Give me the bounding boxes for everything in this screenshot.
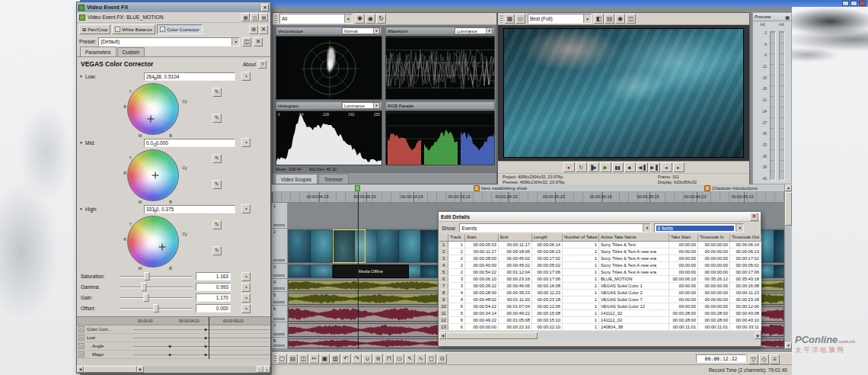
table-row[interactable]: 6300:00:06:1000:00:23:1600:00:17:061BLUE… <box>439 276 761 283</box>
table-row[interactable]: 9400:00:48:0200:01:11:2000:00:23:181VEGA… <box>439 296 761 303</box>
paste-icon[interactable]: ▥ <box>330 354 340 364</box>
table-row[interactable]: 10500:00:54:2200:01:07:0400:00:12:061VEG… <box>439 303 761 310</box>
preview-quality-dropdown[interactable]: Best (Full)▼ <box>528 14 592 24</box>
column-header-timecode-out[interactable]: Timecode Out <box>730 234 761 241</box>
curve-type-icon[interactable]: ∿ <box>78 343 85 349</box>
tab-video-scopes[interactable]: Video Scopes <box>275 174 318 184</box>
add-plugin-icon[interactable]: ⊕ <box>249 25 258 34</box>
collapse-icon[interactable]: ▼ <box>79 207 83 211</box>
table-row[interactable]: 5200:00:54:2200:01:12:0400:00:17:061Sony… <box>439 269 761 276</box>
play-from-start-button[interactable]: ▐▶ <box>588 162 599 172</box>
event-tool-icon[interactable]: ◇ <box>759 354 769 364</box>
new-project-icon[interactable]: ▢ <box>277 354 287 364</box>
track-fader[interactable] <box>273 333 285 335</box>
saturation-slider[interactable] <box>120 271 193 281</box>
histogram-mode-dropdown[interactable]: Luminance▼ <box>342 102 380 109</box>
curve-type-icon[interactable]: ∿ <box>78 326 85 332</box>
chain-button-color-corrector[interactable]: ✓ Color Corrector <box>157 24 202 34</box>
scroll-left-icon[interactable]: ◀ <box>439 332 446 339</box>
keyframe-row-angle[interactable]: ∿Angle◆◆ <box>77 342 270 351</box>
column-header-start[interactable]: Start <box>465 234 499 241</box>
track-header-8[interactable]: 8 <box>272 338 288 349</box>
table-row[interactable]: 11500:00:34:1400:00:49:2200:00:15:081141… <box>439 310 761 317</box>
keyframe-row-low[interactable]: ∿Low◆ <box>77 334 270 342</box>
envelope-edit-tool-icon[interactable]: ∿ <box>416 354 426 364</box>
enable-snapping-icon[interactable]: ∪ <box>362 354 372 364</box>
wheel-crosshair[interactable] <box>152 172 159 179</box>
media-offline-event[interactable]: Media Offline <box>333 264 409 278</box>
selection-edit-tool-icon[interactable]: ◻ <box>426 354 436 364</box>
split-screen-icon[interactable]: ◧ <box>594 14 604 24</box>
track-header-2[interactable]: 2 <box>272 229 288 264</box>
wheel-value-field[interactable]: 333.0, 0.375 <box>144 205 235 213</box>
ignore-grouping-icon[interactable]: ▭ <box>394 354 404 364</box>
track-fader[interactable] <box>273 287 285 290</box>
delete-preset-icon[interactable]: ✕ <box>254 37 263 46</box>
save-chain-icon[interactable]: ◫ <box>251 13 259 21</box>
fx-window-title-bar[interactable]: Video Event FX ✕ <box>77 2 270 12</box>
track-fader[interactable] <box>273 301 285 303</box>
marker-flag-icon[interactable]: 2 <box>704 185 710 191</box>
timeline-marker[interactable]: 2Character introductions <box>704 185 758 191</box>
track-fader[interactable] <box>273 274 285 277</box>
refresh-scope-icon[interactable]: ↻ <box>376 14 386 24</box>
scope-source-dropdown[interactable]: All▼ <box>279 14 353 24</box>
track-header-5[interactable]: 5 <box>272 292 288 306</box>
animate-gain-icon[interactable]: ◔ <box>241 293 251 303</box>
waveform-mode-dropdown[interactable]: Luminance▼ <box>455 27 493 34</box>
external-monitor-icon[interactable]: ▭ <box>515 14 525 24</box>
zoom-in-icon[interactable]: + <box>263 366 270 373</box>
keyframe-diamond-icon[interactable]: ◆ <box>204 327 207 332</box>
wheel-crosshair[interactable] <box>159 244 166 251</box>
keyframe-diamond-icon[interactable]: ◆ <box>168 344 171 348</box>
maximize-button[interactable] <box>850 1 857 6</box>
marker-tool-icon[interactable]: ▽ <box>748 354 758 364</box>
color-wheel-mid[interactable]: GCyBMRY <box>123 147 191 204</box>
keyframe-cursor[interactable] <box>209 317 209 359</box>
preset-dropdown[interactable]: (Default)▼ <box>98 37 240 46</box>
redo-icon[interactable]: ↷ <box>352 354 362 364</box>
meter-right-channel[interactable] <box>779 31 785 181</box>
zoom-out-icon[interactable]: − <box>257 366 263 373</box>
tab-custom[interactable]: Custom <box>117 47 145 56</box>
keyframe-lane[interactable]: ◆ <box>133 334 270 341</box>
column-header-track[interactable]: Track <box>448 234 465 241</box>
keyframe-ruler[interactable]: 00:00:0000:00:04:2300:00:09:23 <box>77 317 270 325</box>
auto-ripple-icon[interactable]: ≋ <box>373 354 383 364</box>
scrollbar-thumb[interactable] <box>446 332 538 339</box>
eyedropper-icon[interactable]: ✎ <box>212 154 222 163</box>
keyframe-row-magn[interactable]: ∿Magn◆◆ <box>77 351 270 359</box>
copy-frame-icon[interactable]: ◉ <box>615 14 625 24</box>
timeline-vertical-scrollbar[interactable]: ▲ ▼ <box>784 184 792 349</box>
track-header-3[interactable]: 3 <box>272 264 288 279</box>
checkbox-checked-icon[interactable]: ✓ <box>160 27 165 32</box>
meter-left-channel[interactable] <box>770 31 776 181</box>
keyframe-lane[interactable]: ◆◆ <box>133 342 270 350</box>
wheel-crosshair[interactable] <box>148 116 155 123</box>
overlay-grid-icon[interactable]: ▤ <box>605 14 614 24</box>
scope-settings-icon[interactable]: ✱ <box>355 14 365 24</box>
copy-icon[interactable]: ▣ <box>320 354 330 364</box>
marker-flag-icon[interactable]: 1 <box>474 185 480 191</box>
track-fader[interactable] <box>273 224 285 226</box>
close-button[interactable] <box>859 1 866 6</box>
close-icon[interactable]: ✕ <box>261 4 269 11</box>
table-row[interactable]: 7300:00:29:2200:00:46:0600:00:16:081VEGA… <box>439 283 761 290</box>
minimize-button[interactable] <box>842 1 849 6</box>
gamma-value-field[interactable]: 0.993 <box>196 283 231 291</box>
scrollbar-thumb[interactable] <box>785 192 792 226</box>
table-row[interactable]: 1100:00:05:0300:00:11:1700:00:06:141Sony… <box>439 242 761 248</box>
keyframe-diamond-icon[interactable]: ◆ <box>168 352 171 357</box>
animate-offset-icon[interactable]: ◔ <box>241 304 251 313</box>
track-header-6[interactable]: 6 <box>272 306 288 322</box>
show-dropdown[interactable]: Events▼ <box>459 223 651 232</box>
normal-edit-tool-icon[interactable]: ↖ <box>405 354 415 364</box>
animate-mid-icon[interactable]: ◔ <box>241 138 251 147</box>
color-wheel-high[interactable]: GCyBMRY <box>123 213 191 271</box>
edit-details-title-bar[interactable]: Edit Details ✕ <box>439 212 761 222</box>
track-header-1[interactable]: 1 <box>272 203 288 229</box>
color-wheel[interactable] <box>127 83 179 135</box>
slider-thumb[interactable] <box>143 293 148 302</box>
gain-slider[interactable] <box>120 293 193 303</box>
column-header-length[interactable]: Length <box>532 234 563 241</box>
